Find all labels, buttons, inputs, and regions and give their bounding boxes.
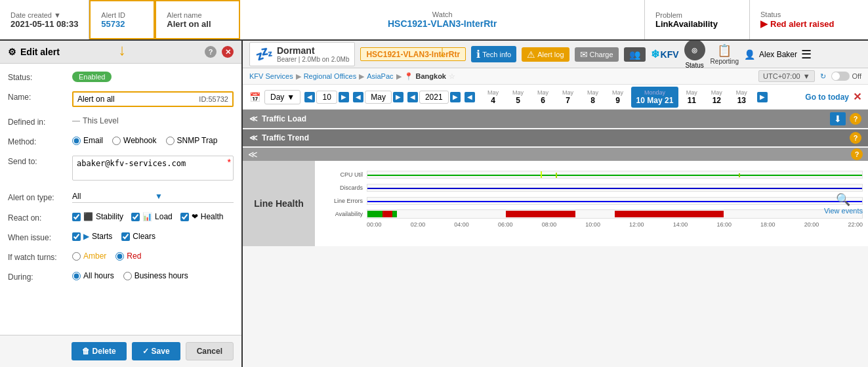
star-icon[interactable]: ☆ [449,72,455,81]
businesshours-radio-input[interactable] [123,272,132,280]
avail-red-2 [506,211,575,217]
health-checkbox[interactable]: ❤ Health [180,212,224,221]
cpu-util-label: CPU Util [320,171,363,178]
count-prev-button[interactable]: ◀ [304,92,315,102]
month-next-button[interactable]: ▶ [393,92,403,102]
cal-day-6[interactable]: May 6 [531,87,555,108]
panel-title: ⚙ Edit alert [8,47,60,57]
snmp-radio-input[interactable] [166,137,175,145]
refresh-icon[interactable]: ↻ [820,72,826,81]
cal-day-12[interactable]: May 12 [705,87,728,108]
year-next-button[interactable]: ▶ [450,92,461,102]
reporting-button[interactable]: 📋 Reporting [711,43,739,65]
tech-info-button[interactable]: ℹ Tech info [471,46,516,62]
watch-link-box[interactable]: HSC1921-VLAN3-InterRtr [360,47,466,61]
allhours-radio[interactable]: All hours [72,271,114,280]
alerton-select[interactable]: All ▼ [72,192,234,203]
method-webhook-radio[interactable]: Webhook [112,136,156,145]
allhours-radio-input[interactable] [72,272,81,280]
alerton-value: All [72,192,151,201]
cal-day-13[interactable]: May 13 [730,87,753,108]
day-13-num: 13 [735,96,748,105]
webhook-radio-input[interactable] [112,137,121,145]
availability-bar [367,209,863,219]
clears-check-input[interactable] [121,232,130,241]
load-checkbox[interactable]: 📊 Load [131,212,173,221]
breadcrumb-link-1[interactable]: KFV Services [249,72,293,80]
traffic-trend-collapse-icon[interactable]: ≪ [249,133,258,142]
cal-day-monday[interactable]: Monday 10 May 21 [631,87,679,108]
traffic-load-help-button[interactable]: ? [850,113,861,125]
cal-day-5[interactable]: May 5 [506,87,530,108]
month-prev-button[interactable]: ◀ [353,92,363,102]
discards-label: Discards [320,184,363,191]
save-button[interactable]: ✓ Save [132,342,180,360]
amber-label: Amber [83,251,106,261]
businesshours-radio[interactable]: Business hours [123,271,188,280]
method-snmp-radio[interactable]: SNMP Trap [166,136,218,145]
double-collapse-icon[interactable]: ≪ [248,149,258,160]
right-nav: 💤 Dormant Bearer | 2.0Mb on 2.0Mb HSC192… [243,41,868,68]
cal-day-8[interactable]: May 8 [581,87,605,108]
year-prev-button[interactable]: ◀ [407,92,418,102]
clears-checkbox[interactable]: Clears [121,232,155,241]
traffic-load-collapse-icon[interactable]: ≪ [249,114,258,123]
calendar-next-days-button[interactable]: ▶ [757,92,768,102]
method-email-radio[interactable]: Email [72,136,103,145]
count-next-button[interactable]: ▶ [339,92,349,102]
close-button[interactable]: ✕ [222,46,234,58]
cal-day-4[interactable]: May 4 [482,87,505,108]
breadcrumb-link-3[interactable]: AsiaPac [367,72,393,80]
breadcrumb-bar: KFV Services ▶ Regional Offices ▶ AsiaPa… [243,68,868,85]
load-check-input[interactable] [131,213,140,221]
status-button[interactable]: ◎ Status [684,41,705,69]
hamburger-icon[interactable]: ☰ [801,47,812,62]
top-bar: Date created ▼ 2021-05-11 08:33 Alert ID… [0,0,868,41]
traffic-load-section: ≪ Traffic Load ⬇ ? [243,110,868,128]
name-row: Name: ID:55732 [8,91,234,107]
day-6-num: 6 [537,96,550,105]
view-dropdown[interactable]: Day ▼ [264,90,300,104]
dash-icon: — [72,116,80,125]
collapsed-section: ≪ ? [243,148,868,161]
calendar-prev-days-button[interactable]: ◀ [465,92,475,102]
stability-checkbox[interactable]: ⬛ Stability [72,212,123,221]
name-input[interactable] [77,95,194,104]
red-radio[interactable]: Red [115,251,141,261]
stability-check-input[interactable] [72,213,81,221]
red-radio-input[interactable] [115,252,124,261]
starts-check-input[interactable] [72,232,81,241]
traffic-trend-help-button[interactable]: ? [850,132,861,144]
email-radio-input[interactable] [72,137,81,145]
ifwatch-radios: Amber Red [72,251,141,261]
count-value: 10 [316,91,337,104]
cancel-button[interactable]: Cancel [186,342,234,360]
amber-radio-input[interactable] [72,252,81,261]
collapsed-help-button[interactable]: ? [851,148,863,160]
contacts-button[interactable]: 👥 [624,47,646,62]
cal-day-7[interactable]: May 7 [556,87,580,108]
starts-checkbox[interactable]: ▶ Starts [72,232,112,241]
utc-badge[interactable]: UTC+07:00 ▼ [758,70,814,82]
toggle-switch[interactable] [831,72,850,81]
help-button[interactable]: ? [205,46,217,58]
breadcrumb-link-2[interactable]: Regional Offices [304,72,357,80]
cal-day-9[interactable]: May 9 [606,87,630,108]
sendto-textarea[interactable]: abaker@kfv-services.com [72,156,234,181]
go-today-button[interactable]: Go to today [805,93,849,102]
method-radio-group: Email Webhook SNMP Trap [72,136,217,145]
user-section: 👤 Alex Baker ☰ [744,47,812,62]
delete-button[interactable]: 🗑 Delete [72,342,127,360]
defined-in-value: — This Level [72,116,119,125]
cal-day-11[interactable]: May 11 [680,87,703,108]
panel-title-text: Edit alert [20,47,60,57]
alert-log-button[interactable]: ⚠ Alert log [522,47,569,62]
toggle-off-section: Off [831,72,861,81]
charge-button[interactable]: ✉ Charge [575,47,619,62]
view-events-link[interactable]: 🔍 View events [824,192,863,215]
cpu-spike-3 [739,173,740,177]
health-check-input[interactable] [180,213,189,221]
traffic-load-download-button[interactable]: ⬇ [830,112,846,125]
amber-radio[interactable]: Amber [72,251,106,261]
calendar-close-button[interactable]: ✕ [853,91,861,103]
